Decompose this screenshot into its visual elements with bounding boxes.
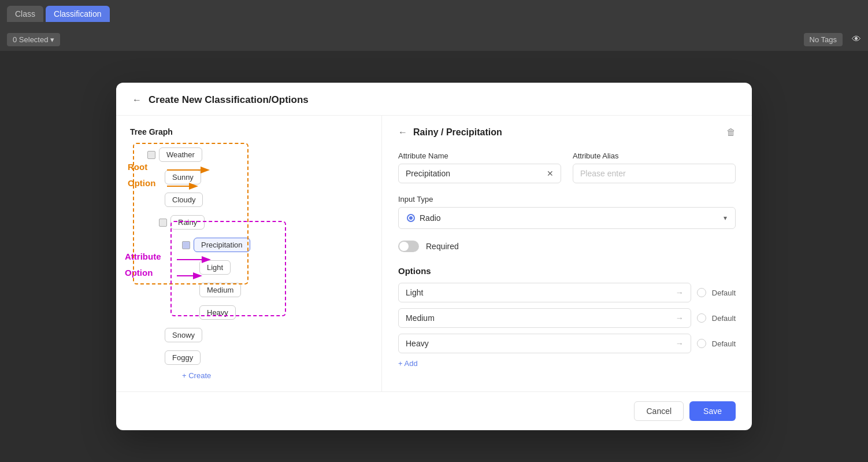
modal-body: Tree Graph Weather [116,116,752,391]
option-default-light: Default [712,289,736,297]
option-row-heavy: Heavy → Default [398,334,736,353]
required-label: Required [426,242,459,251]
tree-node-cloudy[interactable]: Cloudy [165,191,368,209]
node-label-sunny[interactable]: Sunny [165,170,201,184]
cancel-button[interactable]: Cancel [634,401,684,421]
chevron-down-icon: ▾ [50,35,54,44]
left-panel: Tree Graph Weather [116,116,382,391]
required-toggle[interactable] [398,241,419,252]
tree-node-sunny[interactable]: Sunny [165,168,368,186]
checkbox-rainy[interactable] [159,219,167,227]
chevron-down-icon: ▾ [724,214,727,222]
input-type-select[interactable]: Radio ▾ [398,207,736,229]
tab-classification[interactable]: Classification [46,6,109,22]
tree-graph-title: Tree Graph [130,127,368,136]
option-label-heavy: Heavy [406,339,429,348]
eye-icon[interactable]: 👁 [852,34,861,45]
options-section: Options Light → Default [398,266,736,368]
input-type-label: Input Type [398,195,736,204]
form-row-names: Attribute Name ✕ Attribute Alias [398,151,736,183]
node-label-cloudy[interactable]: Cloudy [165,193,203,207]
radio-dot-icon [407,214,415,222]
clear-icon[interactable]: ✕ [547,169,554,178]
right-panel-title: ← Rainy / Precipitation [398,127,502,138]
modal-header: ← Create New Classification/Options [116,83,752,116]
delete-icon[interactable]: 🗑 [726,127,736,138]
node-label-medium[interactable]: Medium [199,283,241,297]
arrow-right-icon-2: → [676,313,684,323]
panel-back-icon[interactable]: ← [398,127,407,138]
modal-overlay: ← Create New Classification/Options Tree… [0,51,868,462]
tree-node-rainy[interactable]: Rainy [159,213,368,231]
checkbox-precipitation[interactable] [182,241,190,249]
arrow-right-icon: → [676,288,684,297]
input-type-group: Input Type Radio ▾ [398,195,736,229]
option-label-light: Light [406,288,423,297]
option-row-light: Light → Default [398,283,736,302]
tree-node-light[interactable]: Light [199,258,368,276]
right-panel-header: ← Rainy / Precipitation 🗑 [398,127,736,138]
option-row-medium: Medium → Default [398,308,736,328]
option-input-light[interactable]: Light → [398,283,691,302]
option-radio-light[interactable] [697,288,706,297]
right-panel: ← Rainy / Precipitation 🗑 Attribute Name… [382,116,752,391]
selected-label: 0 Selected [13,35,48,44]
attribute-name-label: Attribute Name [398,151,561,160]
node-label-heavy[interactable]: Heavy [199,305,236,320]
option-radio-heavy[interactable] [697,339,706,348]
modal-title: Create New Classification/Options [149,94,309,106]
attribute-name-group: Attribute Name ✕ [398,151,561,183]
option-default-heavy: Default [712,339,736,348]
option-default-medium: Default [712,314,736,323]
attribute-alias-label: Attribute Alias [573,151,736,160]
options-title: Options [398,266,736,276]
option-radio-medium[interactable] [697,313,706,323]
save-button[interactable]: Save [689,401,736,421]
required-toggle-row: Required [398,241,736,252]
attribute-alias-input-wrapper [573,164,736,183]
node-label-light[interactable]: Light [199,260,231,275]
checkbox-weather[interactable] [147,151,155,159]
input-type-value: Radio [420,213,441,223]
attribute-name-input[interactable] [406,169,547,178]
option-input-medium[interactable]: Medium → [398,308,691,328]
add-option-button[interactable]: + Add [398,359,736,368]
node-label-foggy[interactable]: Foggy [165,350,201,365]
tree-node-heavy[interactable]: Heavy [199,304,368,321]
no-tags-button[interactable]: No Tags [804,33,843,46]
main-area: ← Create New Classification/Options Tree… [0,51,868,462]
node-label-weather[interactable]: Weather [159,147,202,162]
modal-dialog: ← Create New Classification/Options Tree… [116,83,752,430]
option-label-medium: Medium [406,313,435,323]
attribute-alias-input[interactable] [580,169,728,178]
create-button[interactable]: + Create [182,371,368,380]
modal-footer: Cancel Save [116,391,752,430]
secondary-bar: 0 Selected ▾ No Tags 👁 [0,28,868,51]
tree-node-foggy[interactable]: Foggy [165,349,368,367]
select-left: Radio [407,213,441,223]
tab-class[interactable]: Class [7,6,43,22]
attribute-alias-group: Attribute Alias [573,151,736,183]
arrow-right-icon-3: → [676,339,684,348]
back-arrow-icon[interactable]: ← [132,95,142,105]
node-label-precipitation[interactable]: Precipitation [194,238,250,252]
tree-node-medium[interactable]: Medium [199,281,368,299]
top-bar: Class Classification [0,0,868,28]
create-label: + Create [182,371,211,380]
tree-node-precipitation[interactable]: Precipitation [182,236,368,254]
breadcrumb: Rainy / Precipitation [413,127,502,138]
node-label-snowy[interactable]: Snowy [165,328,202,342]
add-option-label: + Add [398,359,418,368]
option-input-heavy[interactable]: Heavy → [398,334,691,353]
tree-node-weather[interactable]: Weather [147,146,368,164]
tree-node-snowy[interactable]: Snowy [165,326,368,344]
node-label-rainy[interactable]: Rainy [170,215,205,230]
selected-button[interactable]: 0 Selected ▾ [7,33,60,46]
attribute-name-input-wrapper: ✕ [398,164,561,183]
